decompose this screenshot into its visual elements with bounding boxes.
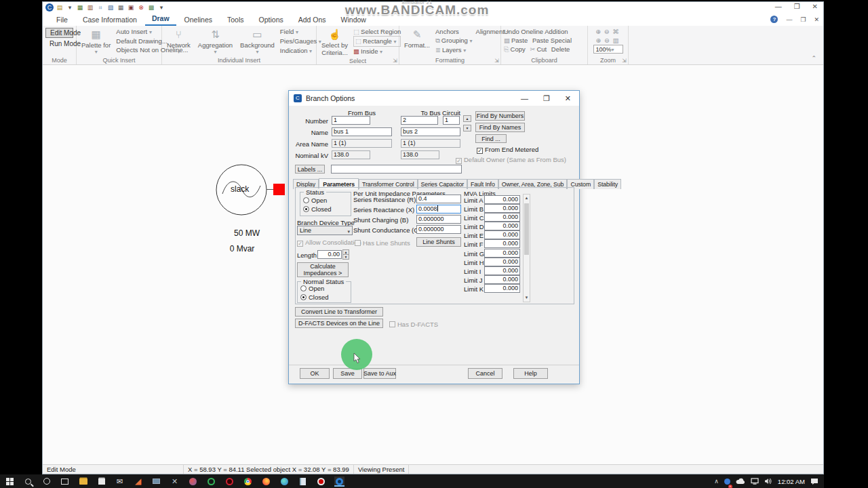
dialog-minimize-icon[interactable]: — bbox=[521, 94, 528, 102]
limit-h-field[interactable]: 0.000 bbox=[484, 258, 520, 266]
line-shunts-button[interactable]: Line Shunts bbox=[416, 237, 461, 247]
select-region-item[interactable]: ⬚Select Region bbox=[353, 27, 401, 36]
speaker-icon[interactable] bbox=[764, 478, 772, 485]
grid-icon[interactable]: ⌗ bbox=[96, 3, 104, 12]
field-item[interactable]: Field ▾ bbox=[280, 27, 321, 37]
tab-draw[interactable]: Draw bbox=[145, 13, 176, 26]
app-x-button[interactable]: ✕ bbox=[170, 476, 180, 487]
find-button[interactable]: Find ... bbox=[475, 134, 507, 143]
qat-dropdown-icon[interactable]: ▾ bbox=[66, 3, 74, 12]
to-bus-number-field[interactable]: 2 bbox=[401, 116, 438, 125]
formatting-dialog-launcher-icon[interactable]: ⇲ bbox=[494, 58, 499, 64]
status-closed-radio[interactable]: Closed bbox=[303, 205, 332, 213]
tab-onelines[interactable]: Onelines bbox=[178, 14, 219, 26]
tab-options[interactable]: Options bbox=[252, 14, 290, 26]
options-grid-icon[interactable]: ▩ bbox=[147, 3, 155, 12]
limit-e-field[interactable]: 0.000 bbox=[484, 230, 520, 239]
convert-line-to-transformer-button[interactable]: Convert Line to Transformer bbox=[295, 307, 383, 317]
alignment-item[interactable]: Alignment ▾ bbox=[476, 27, 509, 37]
tab-stability[interactable]: Stability bbox=[594, 179, 621, 189]
matlab-button[interactable]: ◢ bbox=[133, 476, 143, 487]
script-icon[interactable]: ▦ bbox=[76, 3, 84, 12]
remote-desktop-button[interactable] bbox=[151, 476, 161, 487]
child-minimize-icon[interactable]: — bbox=[786, 16, 792, 23]
calculate-impedances-button[interactable]: CalculateImpedances > bbox=[297, 262, 349, 277]
find-by-numbers-button[interactable]: Find By Numbers bbox=[475, 111, 525, 121]
zoom-in-region-icon[interactable]: ⊕ bbox=[595, 28, 601, 35]
save-case-icon[interactable]: ▤ bbox=[56, 3, 64, 12]
circuit-field[interactable]: 1 bbox=[443, 116, 460, 125]
help-button[interactable]: Help bbox=[513, 368, 548, 379]
shunt-charging-field[interactable]: 0.000000 bbox=[416, 215, 461, 224]
to-bus-name-field[interactable]: bus 2 bbox=[401, 127, 460, 136]
search-button[interactable] bbox=[23, 476, 33, 487]
length-down-icon[interactable]: ▼ bbox=[342, 254, 349, 260]
action-center-icon[interactable] bbox=[810, 478, 818, 485]
limit-i-field[interactable]: 0.000 bbox=[484, 266, 520, 275]
dfacts-devices-button[interactable]: D-FACTS Devices on the Line bbox=[295, 319, 383, 328]
task-view-button[interactable] bbox=[60, 476, 70, 487]
from-bus-name-field[interactable]: bus 1 bbox=[332, 127, 392, 136]
network-icon[interactable] bbox=[751, 478, 759, 485]
scroll-up-icon[interactable]: ▲ bbox=[524, 195, 530, 202]
delete-item[interactable]: Delete bbox=[551, 45, 570, 53]
background-button[interactable]: ▭ Background▾ bbox=[238, 27, 277, 56]
inside-combo[interactable]: ▩Inside ▾ bbox=[353, 47, 401, 56]
cut-item[interactable]: ✂Cut bbox=[530, 45, 547, 53]
file-explorer-button[interactable] bbox=[78, 476, 88, 487]
length-field[interactable]: 0.00 bbox=[317, 250, 342, 259]
find-on-oneline-icon[interactable]: ⌘ bbox=[612, 28, 619, 35]
dialog-close-icon[interactable]: ✕ bbox=[565, 94, 571, 103]
anchors-item[interactable]: Anchors bbox=[435, 27, 473, 36]
clock[interactable]: 12:02 AM bbox=[778, 478, 805, 485]
zoom-level-combo[interactable]: 100%▾ bbox=[593, 45, 623, 54]
maximize-icon[interactable]: ❐ bbox=[794, 3, 800, 10]
help-icon[interactable]: ? bbox=[770, 16, 778, 23]
select-by-criteria-button[interactable]: ☝ Select byCriteria... bbox=[319, 27, 350, 57]
child-restore-icon[interactable]: ❐ bbox=[800, 16, 806, 23]
tab-case-information[interactable]: Case Information bbox=[76, 14, 144, 26]
scroll-down-icon[interactable]: ▼ bbox=[524, 294, 530, 302]
limit-b-field[interactable]: 0.000 bbox=[484, 204, 520, 213]
table-icon[interactable]: ▦ bbox=[117, 3, 125, 12]
scrollbar-thumb[interactable] bbox=[524, 203, 529, 255]
run-mode-button[interactable]: Run Mode bbox=[45, 39, 73, 48]
tab-file[interactable]: File bbox=[50, 14, 75, 26]
start-button[interactable] bbox=[5, 476, 15, 487]
branch-device-type-combo[interactable]: Line▾ bbox=[297, 226, 353, 235]
pies-gauges-item[interactable]: Pies/Gauges ▾ bbox=[280, 37, 321, 46]
minimize-icon[interactable]: — bbox=[775, 3, 782, 10]
save-to-aux-button[interactable]: Save to Aux bbox=[363, 368, 396, 379]
record-app-button[interactable] bbox=[224, 476, 235, 487]
powerworld-taskbar-button[interactable] bbox=[334, 476, 344, 487]
green-app-button[interactable] bbox=[206, 476, 216, 487]
limit-c-field[interactable]: 0.000 bbox=[484, 213, 520, 222]
edge-button[interactable] bbox=[279, 476, 290, 487]
labels-button[interactable]: Labels ... bbox=[295, 165, 325, 174]
limits-scrollbar[interactable]: ▲ ▼ bbox=[523, 194, 530, 302]
series-reactance-field[interactable]: 0.0008 bbox=[416, 205, 461, 214]
select-dialog-launcher-icon[interactable]: ⇲ bbox=[393, 58, 397, 64]
firefox-button[interactable] bbox=[261, 476, 271, 487]
undo-oneline-addition-item[interactable]: Undo Oneline Addition bbox=[504, 27, 585, 36]
store-button[interactable] bbox=[96, 476, 106, 487]
network-button[interactable]: ⑂ Network▾ bbox=[165, 27, 193, 56]
zoom-out-icon[interactable]: ⊖ bbox=[604, 37, 610, 44]
oneline-icon[interactable]: ▧ bbox=[106, 3, 115, 12]
paint-app-button[interactable] bbox=[188, 476, 198, 487]
bus-symbol[interactable] bbox=[273, 184, 285, 195]
ok-button[interactable]: OK bbox=[300, 368, 330, 379]
limit-d-field[interactable]: 0.000 bbox=[484, 222, 520, 230]
collapse-ribbon-icon[interactable]: ⌃ bbox=[811, 55, 816, 62]
indication-item[interactable]: Indication ▾ bbox=[280, 46, 321, 56]
zoom-dialog-launcher-icon[interactable]: ⇲ bbox=[622, 58, 627, 64]
branch-up-button[interactable]: ▲ bbox=[463, 115, 471, 122]
format-button[interactable]: ✎ Format... bbox=[402, 27, 432, 56]
aggregation-button[interactable]: ⇅ Aggregation▾ bbox=[196, 27, 235, 56]
edit-mode-button[interactable]: Edit Mode bbox=[45, 28, 73, 38]
rectangle-combo[interactable]: ⬚Rectangle ▾ bbox=[353, 36, 401, 47]
limit-a-field[interactable]: 0.000 bbox=[484, 195, 520, 204]
grouping-item[interactable]: ⧉Grouping ▾ bbox=[435, 36, 473, 45]
cortana-button[interactable] bbox=[41, 476, 52, 487]
limit-g-field[interactable]: 0.000 bbox=[484, 249, 520, 258]
